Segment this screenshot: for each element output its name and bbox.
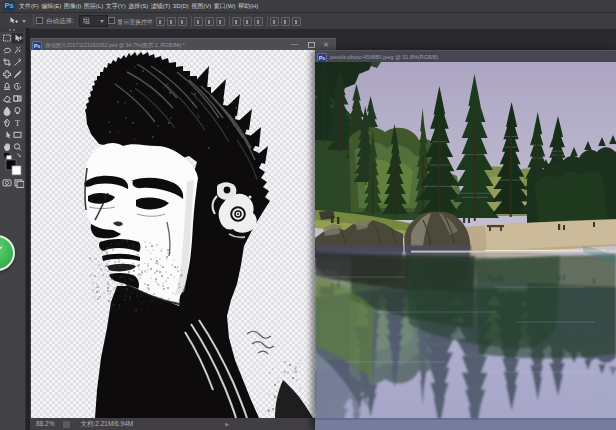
svg-text:T: T [15, 118, 21, 128]
